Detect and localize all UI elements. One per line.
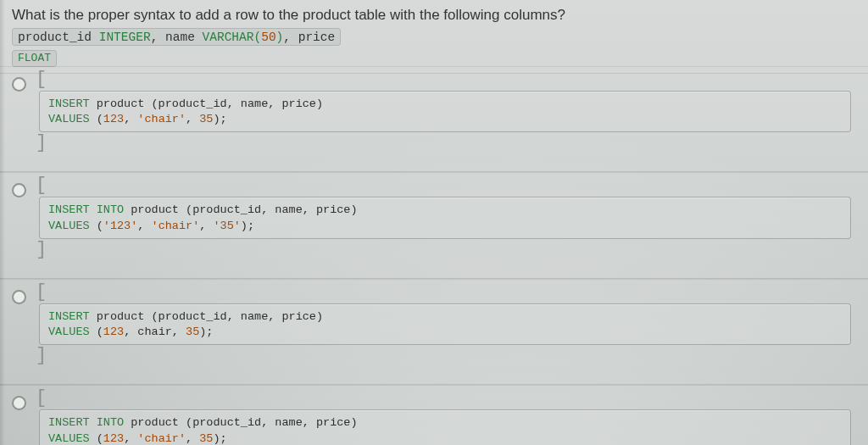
bracket-open: [ (36, 283, 860, 302)
question-text: What is the proper syntax to add a row t… (12, 7, 565, 23)
answer-option[interactable]: [ INSERT INTO product (product_id, name,… (0, 172, 868, 278)
radio-button[interactable] (12, 396, 26, 410)
radio-button[interactable] (12, 183, 26, 197)
code-snippet: INSERT product (product_id, name, price)… (39, 91, 851, 132)
radio-button[interactable] (12, 290, 26, 304)
bracket-open: [ (36, 176, 860, 195)
radio-button[interactable] (12, 77, 26, 92)
code-snippet: INSERT INTO product (product_id, name, p… (39, 197, 851, 238)
answer-option[interactable]: [ INSERT product (product_id, name, pric… (0, 66, 868, 172)
schema-code-continued: FLOAT (12, 50, 57, 67)
code-snippet: INSERT product (product_id, name, price)… (39, 303, 851, 345)
schema-code: product_id INTEGER, name VARCHAR(50), pr… (12, 28, 341, 47)
options-container: [ INSERT product (product_id, name, pric… (0, 66, 868, 445)
answer-option[interactable]: [ INSERT INTO product (product_id, name,… (0, 385, 868, 445)
bracket-close: ] (36, 347, 860, 365)
question-prompt: What is the proper syntax to add a row t… (0, 0, 868, 74)
bracket-close: ] (36, 134, 860, 153)
bracket-open: [ (36, 389, 860, 408)
code-snippet: INSERT INTO product (product_id, name, p… (39, 409, 851, 445)
answer-option[interactable]: [ INSERT product (product_id, name, pric… (0, 279, 868, 385)
bracket-close: ] (36, 241, 860, 259)
bracket-open: [ (36, 70, 860, 89)
